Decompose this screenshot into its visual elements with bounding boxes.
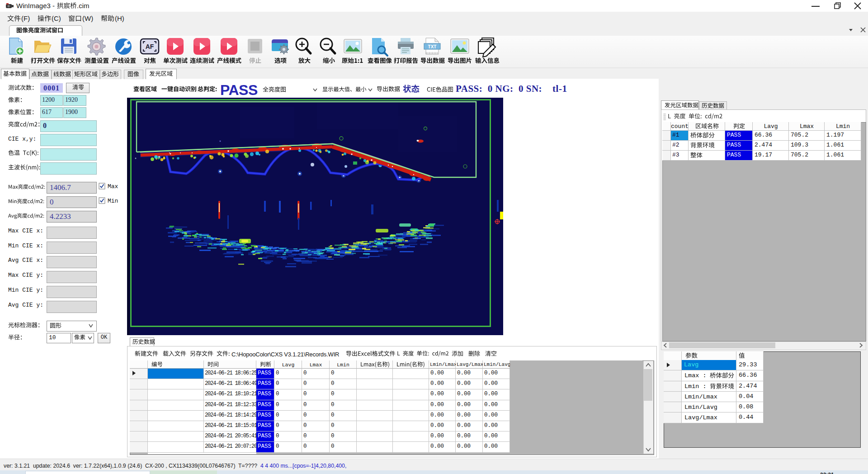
svg-text:AF: AF xyxy=(146,43,154,50)
svg-text:TXT: TXT xyxy=(428,44,437,49)
svg-text:Max: Max xyxy=(108,183,118,190)
svg-text:Min: Min xyxy=(108,198,118,204)
